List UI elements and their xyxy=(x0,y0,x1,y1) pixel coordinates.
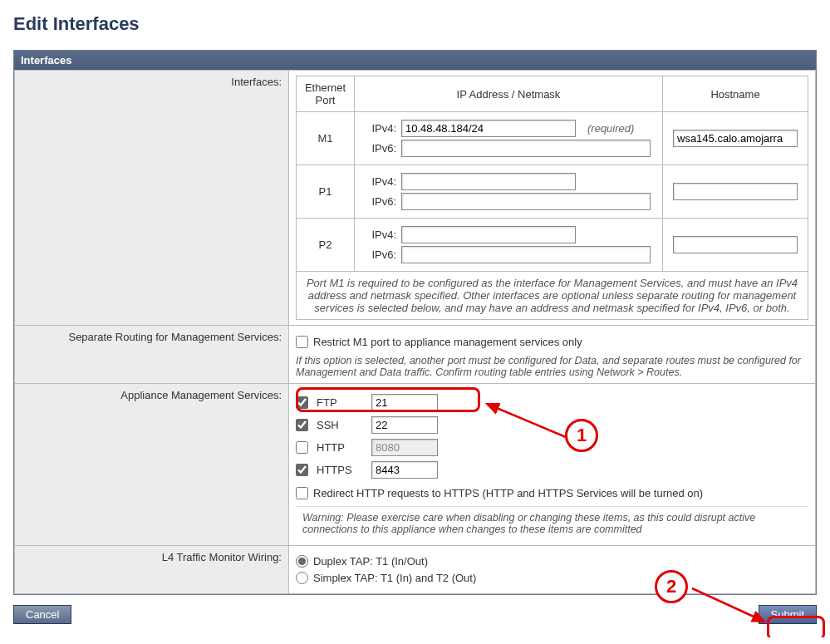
restrict-m1-checkbox[interactable] xyxy=(296,336,308,348)
panel-header: Interfaces xyxy=(14,51,816,70)
iface-row-p2: P2 IPv4: IPv6: xyxy=(297,219,808,272)
row-label-l4-wiring: L4 Traffic Monitor Wiring: xyxy=(15,546,289,594)
svc-http-row: HTTP xyxy=(296,439,808,456)
interfaces-note: Port M1 is required to be configured as … xyxy=(297,272,808,320)
ftp-port-input[interactable] xyxy=(371,394,438,411)
restrict-m1-label: Restrict M1 port to appliance management… xyxy=(313,336,582,348)
ftp-label: FTP xyxy=(317,396,363,409)
interfaces-inner-table: Ethernet Port IP Address / Netmask Hostn… xyxy=(296,76,808,320)
interfaces-content: Ethernet Port IP Address / Netmask Hostn… xyxy=(289,71,816,326)
http-port-input[interactable] xyxy=(371,439,438,456)
ssh-port-input[interactable] xyxy=(371,416,438,434)
row-label-appliance-mgmt: Appliance Management Services: xyxy=(15,384,289,546)
https-port-input[interactable] xyxy=(371,461,438,479)
p1-host-input[interactable] xyxy=(673,183,798,200)
l4-duplex-label: Duplex TAP: T1 (In/Out) xyxy=(313,555,428,568)
https-checkbox[interactable] xyxy=(296,464,308,476)
m1-ipv6-input[interactable] xyxy=(401,140,651,157)
redirect-http-label: Redirect HTTP requests to HTTPS (HTTP an… xyxy=(313,487,703,499)
settings-table: Interfaces: Ethernet Port IP Address / N… xyxy=(14,70,816,594)
cancel-button[interactable]: Cancel xyxy=(13,605,71,624)
ipv4-label: IPv4: xyxy=(361,122,396,135)
col-header-ip: IP Address / Netmask xyxy=(355,76,663,112)
interfaces-panel: Interfaces Interfaces: Ethernet Port IP … xyxy=(13,50,817,595)
ipv6-label: IPv6: xyxy=(361,195,396,208)
svc-ssh-row: SSH xyxy=(296,416,808,434)
l4-simplex-label: Simplex TAP: T1 (In) and T2 (Out) xyxy=(313,572,476,584)
svc-ftp-row: FTP xyxy=(296,394,808,411)
https-label: HTTPS xyxy=(317,464,363,476)
m1-host-input[interactable] xyxy=(673,130,798,147)
ipv6-label: IPv6: xyxy=(361,248,396,261)
iface-port-p1: P1 xyxy=(297,165,355,219)
ftp-checkbox[interactable] xyxy=(296,396,308,409)
iface-row-p1: P1 IPv4: IPv6: xyxy=(297,165,808,219)
col-header-host: Hostname xyxy=(663,76,808,112)
row-label-interfaces: Interfaces: xyxy=(15,71,289,326)
svc-https-row: HTTPS xyxy=(296,461,808,479)
p2-ipv6-input[interactable] xyxy=(401,246,651,263)
p2-ipv4-input[interactable] xyxy=(401,226,576,243)
ipv6-label: IPv6: xyxy=(361,142,396,155)
l4-duplex-radio[interactable] xyxy=(296,555,308,568)
row-label-separate-routing: Separate Routing for Management Services… xyxy=(15,326,289,384)
ssh-label: SSH xyxy=(317,419,363,431)
required-text: (required) xyxy=(587,122,634,135)
l4-simplex-radio[interactable] xyxy=(296,572,308,584)
sep-route-note: If this option is selected, another port… xyxy=(296,353,808,378)
ssh-checkbox[interactable] xyxy=(296,419,308,431)
p1-ipv4-input[interactable] xyxy=(401,173,576,190)
http-checkbox[interactable] xyxy=(296,441,308,454)
p1-ipv6-input[interactable] xyxy=(401,193,651,210)
iface-port-p2: P2 xyxy=(297,219,355,272)
iface-row-m1: M1 IPv4: (required) IPv6: xyxy=(297,112,808,165)
col-header-port: Ethernet Port xyxy=(297,76,355,112)
m1-ipv4-input[interactable] xyxy=(401,120,576,137)
http-label: HTTP xyxy=(317,441,363,454)
iface-port-m1: M1 xyxy=(297,112,355,165)
submit-button[interactable]: Submit xyxy=(759,605,817,624)
p2-host-input[interactable] xyxy=(673,236,798,253)
page-title: Edit Interfaces xyxy=(13,13,817,35)
page-wrap: Edit Interfaces Interfaces Interfaces: E… xyxy=(13,13,817,624)
ipv4-label: IPv4: xyxy=(361,229,396,241)
services-warning: Warning: Please exercise care when disab… xyxy=(296,506,808,540)
redirect-http-checkbox[interactable] xyxy=(296,487,308,499)
ipv4-label: IPv4: xyxy=(361,175,396,188)
button-row: Cancel Submit xyxy=(13,605,817,624)
